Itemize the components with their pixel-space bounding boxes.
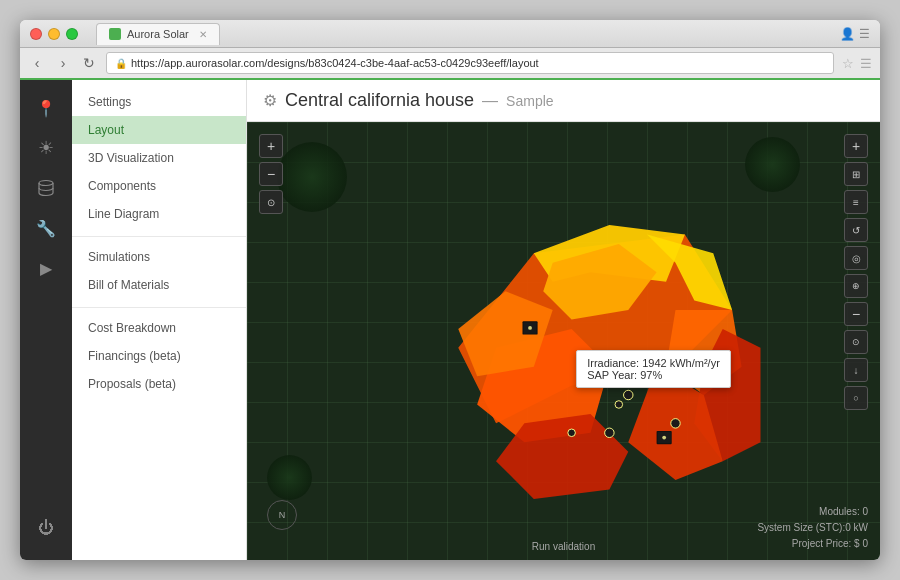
map-circle-btn[interactable]: ○ <box>844 386 868 410</box>
nav-item-proposals[interactable]: Proposals (beta) <box>72 370 246 398</box>
map-layers-btn[interactable]: ⊞ <box>844 162 868 186</box>
window-buttons <box>30 28 78 40</box>
map-add-btn[interactable]: + <box>844 134 868 158</box>
map-filter-btn[interactable]: ≡ <box>844 190 868 214</box>
maximize-button[interactable] <box>66 28 78 40</box>
svg-point-13 <box>528 326 532 330</box>
tooltip-line1: Irradiance: 1942 kWh/m²/yr <box>587 357 720 369</box>
sidebar-icon-sun[interactable]: ☀ <box>28 130 64 166</box>
nav-item-financings[interactable]: Financings (beta) <box>72 342 246 370</box>
run-validation-label[interactable]: Run validation <box>532 541 595 552</box>
tab-favicon <box>109 28 121 40</box>
nav-divider-2 <box>72 307 246 308</box>
browser-tab[interactable]: Aurora Solar ✕ <box>96 23 220 45</box>
map-tooltip: Irradiance: 1942 kWh/m²/yr SAP Year: 97% <box>576 350 731 388</box>
page-title: Central california house <box>285 90 474 111</box>
url-text: https://app.aurorasolar.com/designs/b83c… <box>131 57 539 69</box>
compass-label: N <box>279 510 286 520</box>
forward-button[interactable]: › <box>54 54 72 72</box>
settings-gear-icon[interactable]: ⚙ <box>263 91 277 110</box>
browser-window: Aurora Solar ✕ 👤 ☰ ‹ › ↻ 🔒 https://app.a… <box>20 20 880 560</box>
status-project-price: Project Price: $ 0 <box>757 536 868 552</box>
map-settings-btn[interactable]: ⊙ <box>844 330 868 354</box>
tab-title: Aurora Solar <box>127 28 189 40</box>
close-button[interactable] <box>30 28 42 40</box>
nav-item-simulations[interactable]: Simulations <box>72 243 246 271</box>
map-down-btn[interactable]: ↓ <box>844 358 868 382</box>
map-compass-btn[interactable]: ⊙ <box>259 190 283 214</box>
svg-point-21 <box>604 428 613 437</box>
nav-item-layout[interactable]: Layout <box>72 116 246 144</box>
nav-item-components[interactable]: Components <box>72 172 246 200</box>
nav-divider-1 <box>72 236 246 237</box>
svg-point-22 <box>615 401 623 409</box>
status-modules: Modules: 0 <box>757 504 868 520</box>
minimize-button[interactable] <box>48 28 60 40</box>
title-separator: — <box>482 92 498 110</box>
profile-icon[interactable]: 👤 <box>840 27 855 41</box>
back-button[interactable]: ‹ <box>28 54 46 72</box>
map-minus-btn[interactable]: − <box>844 302 868 326</box>
nav-group-3: Cost Breakdown Financings (beta) Proposa… <box>72 314 246 398</box>
browser-menu-icon[interactable]: ☰ <box>859 27 870 41</box>
tree-3 <box>267 455 312 500</box>
reload-button[interactable]: ↻ <box>80 54 98 72</box>
map-view-btn[interactable]: ◎ <box>844 246 868 270</box>
map-controls-left: + − ⊙ <box>259 134 283 214</box>
lock-icon: 🔒 <box>115 58 127 69</box>
tab-bar: Aurora Solar ✕ <box>96 23 840 45</box>
page-header: ⚙ Central california house — Sample <box>247 80 880 122</box>
nav-item-3d-visualization[interactable]: 3D Visualization <box>72 144 246 172</box>
tab-close-icon[interactable]: ✕ <box>199 29 207 40</box>
nav-group-2: Simulations Bill of Materials <box>72 243 246 299</box>
icon-sidebar: 📍 ☀ 🔧 ▶ ⏻ <box>20 80 72 560</box>
map-controls-right: + ⊞ ≡ ↺ ◎ ⊕ − ⊙ ↓ ○ <box>844 134 868 410</box>
extensions-icon[interactable]: ☰ <box>860 56 872 71</box>
nav-item-cost-breakdown[interactable]: Cost Breakdown <box>72 314 246 342</box>
nav-group-1: Settings Layout 3D Visualization Compone… <box>72 88 246 228</box>
address-bar: ‹ › ↻ 🔒 https://app.aurorasolar.com/desi… <box>20 48 880 80</box>
nav-item-bill-of-materials[interactable]: Bill of Materials <box>72 271 246 299</box>
map-zoom-in-btn[interactable]: + <box>259 134 283 158</box>
sidebar-icon-location[interactable]: 📍 <box>28 90 64 126</box>
tooltip-line2: SAP Year: 97% <box>587 369 720 381</box>
app-body: 📍 ☀ 🔧 ▶ ⏻ Settings Layout 3D Visualizati… <box>20 80 880 560</box>
svg-point-18 <box>623 390 632 399</box>
title-bar: Aurora Solar ✕ 👤 ☰ <box>20 20 880 48</box>
svg-point-16 <box>662 436 666 440</box>
map-status-bar: Modules: 0 System Size (STC):0 kW Projec… <box>757 504 868 552</box>
map-area[interactable]: Irradiance: 1942 kWh/m²/yr SAP Year: 97%… <box>247 122 880 560</box>
map-zoom-fit-btn[interactable]: ⊕ <box>844 274 868 298</box>
svg-point-23 <box>567 429 575 437</box>
map-zoom-out-btn[interactable]: − <box>259 162 283 186</box>
solar-heatmap <box>381 178 761 518</box>
sidebar-icon-wrench[interactable]: 🔧 <box>28 210 64 246</box>
svg-point-20 <box>670 419 679 428</box>
status-system-size: System Size (STC):0 kW <box>757 520 868 536</box>
nav-item-settings[interactable]: Settings <box>72 88 246 116</box>
compass: N <box>267 500 297 530</box>
svg-point-0 <box>39 181 53 186</box>
url-bar[interactable]: 🔒 https://app.aurorasolar.com/designs/b8… <box>106 52 834 74</box>
map-rotate-btn[interactable]: ↺ <box>844 218 868 242</box>
page-subtitle: Sample <box>506 93 553 109</box>
nav-item-line-diagram[interactable]: Line Diagram <box>72 200 246 228</box>
sidebar-icon-play[interactable]: ▶ <box>28 250 64 286</box>
sidebar-icon-database[interactable] <box>28 170 64 206</box>
nav-sidebar: Settings Layout 3D Visualization Compone… <box>72 80 247 560</box>
bookmark-icon[interactable]: ☆ <box>842 56 854 71</box>
browser-controls-right: 👤 ☰ <box>840 27 870 41</box>
main-content: ⚙ Central california house — Sample <box>247 80 880 560</box>
tree-1 <box>277 142 347 212</box>
sidebar-icon-power[interactable]: ⏻ <box>28 510 64 546</box>
